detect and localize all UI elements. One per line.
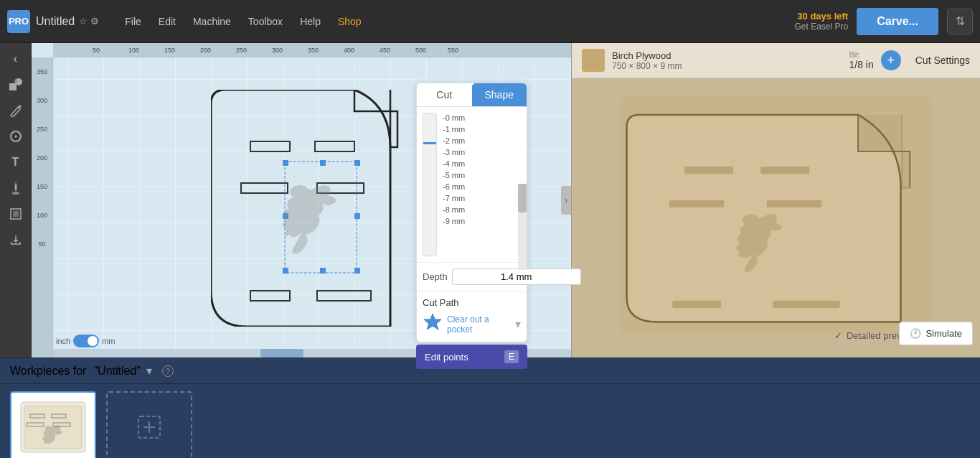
cut-path-section: Cut Path Clear out a pocket ▾	[417, 291, 527, 342]
svg-rect-28	[767, 200, 821, 207]
chevron-down-icon[interactable]: ▾	[515, 317, 521, 331]
svg-rect-25	[684, 167, 733, 174]
workpieces-name: "Untitled"	[93, 365, 141, 378]
svg-rect-10	[241, 183, 288, 193]
clock-icon: 🕐	[910, 328, 921, 339]
bit-label: Bit:	[849, 50, 873, 59]
nav-toolbox[interactable]: Toolbox	[241, 11, 290, 32]
logo-icon: PRO	[7, 10, 30, 33]
depth-label-0: -0 mm	[443, 113, 521, 123]
panel-tabs: Cut Shape	[417, 83, 527, 107]
text-tool[interactable]: T	[4, 151, 27, 174]
right-header: Birch Plywood 750 × 800 × 9 mm Bit: 1/8 …	[572, 43, 980, 78]
trial-days: 30 days left	[794, 11, 848, 22]
svg-rect-21	[320, 268, 326, 274]
simulate-label: Simulate	[925, 328, 962, 339]
ruler-left: 350 300 250 200 150 100 50	[32, 57, 53, 357]
depth-labels: -0 mm -1 mm -2 mm -3 mm -4 mm -5 mm -6 m…	[443, 113, 521, 256]
navbar: PRO Untitled ☆ ⚙ File Edit Machine Toolb…	[0, 0, 980, 43]
edit-points-label: Edit points	[425, 352, 468, 363]
right-preview: ✓ Detailed preview 🕐 Simulate	[572, 78, 980, 352]
pen-tool[interactable]	[4, 99, 27, 122]
canvas-shape[interactable]	[211, 90, 419, 327]
workpieces-dropdown-icon[interactable]: ▾	[146, 364, 152, 378]
depth-label-3: -3 mm	[443, 147, 521, 157]
svg-rect-29	[672, 301, 721, 308]
material-dimensions: 750 × 800 × 9 mm	[612, 61, 682, 71]
depth-ruler: -0 mm -1 mm -2 mm -3 mm -4 mm -5 mm -6 m…	[417, 107, 527, 262]
svg-rect-9	[315, 141, 354, 151]
app-title: Untitled ☆ ⚙	[36, 15, 99, 28]
app-title-text: Untitled	[36, 15, 75, 28]
left-sidebar: ‹ T	[0, 43, 32, 357]
cut-panel-scrollbar[interactable]	[518, 184, 527, 270]
box-tool[interactable]	[4, 202, 27, 225]
depth-input[interactable]	[452, 268, 581, 285]
workpiece-item-1[interactable]	[10, 391, 96, 458]
cut-path-label: Cut Path	[423, 297, 521, 308]
depth-ruler-bar	[423, 113, 437, 256]
unit-inch: inch	[56, 337, 70, 345]
trial-link[interactable]: Get Easel Pro	[794, 22, 848, 32]
depth-label-6: -6 mm	[443, 182, 521, 192]
depth-label-9: -9 mm	[443, 216, 521, 226]
shapes-tool[interactable]	[4, 73, 27, 96]
circle-tool[interactable]	[4, 125, 27, 148]
trial-info: 30 days left Get Easel Pro	[794, 11, 848, 32]
svg-rect-27	[669, 200, 724, 207]
canvas-hscroll-thumb[interactable]	[260, 349, 303, 357]
cut-settings-button[interactable]: Cut Settings	[915, 55, 970, 66]
apps-tool[interactable]	[4, 177, 27, 200]
material-name: Birch Plywood	[612, 50, 682, 61]
collapse-tool[interactable]: ‹	[4, 47, 27, 70]
workpieces-bar: Workpieces for "Untitled" ▾ ?	[0, 357, 980, 458]
edit-points-bar[interactable]: Edit points E	[416, 345, 527, 369]
material-info: Birch Plywood 750 × 800 × 9 mm	[612, 50, 682, 71]
star-icon[interactable]: ☆	[79, 16, 88, 27]
cut-path-star-icon	[423, 312, 443, 336]
depth-indicator	[423, 142, 436, 144]
nav-file[interactable]: File	[118, 11, 149, 32]
import-tool[interactable]	[4, 228, 27, 251]
depth-row: Depth	[417, 262, 527, 291]
check-icon: ✓	[834, 330, 842, 341]
depth-label-8: -8 mm	[443, 205, 521, 215]
nav-menu: File Edit Machine Toolbox Help Shop	[118, 11, 368, 32]
unit-mm: mm	[102, 337, 115, 345]
tab-shape[interactable]: Shape	[472, 83, 527, 106]
svg-point-4	[14, 136, 17, 138]
logo-area: PRO Untitled ☆ ⚙	[7, 10, 99, 33]
nav-shop[interactable]: Shop	[331, 11, 369, 32]
canvas-collapse-right[interactable]: ›	[561, 186, 571, 215]
add-bit-button[interactable]: +	[881, 50, 901, 70]
material-swatch	[582, 49, 605, 72]
svg-rect-0	[9, 83, 17, 90]
nav-machine[interactable]: Machine	[186, 11, 238, 32]
simulate-button[interactable]: 🕐 Simulate	[899, 322, 973, 345]
svg-rect-20	[283, 268, 288, 274]
svg-point-5	[12, 192, 19, 195]
svg-rect-17	[354, 160, 360, 166]
tab-cut[interactable]: Cut	[417, 83, 472, 106]
depth-label-4: -4 mm	[443, 159, 521, 169]
main-area: ‹ T 50 100 150 200 250 30	[0, 43, 980, 357]
bit-info: Bit: 1/8 in	[849, 50, 873, 70]
unit-switch[interactable]	[73, 335, 99, 347]
gear-icon[interactable]: ⚙	[90, 16, 99, 27]
nav-edit[interactable]: Edit	[151, 11, 183, 32]
cut-path-row[interactable]: Clear out a pocket ▾	[423, 312, 521, 336]
ruler-top: 50 100 150 200 250 300 350 400 450 500 5…	[53, 43, 571, 57]
depth-label-2: -2 mm	[443, 136, 521, 146]
svg-rect-19	[354, 213, 360, 219]
depth-label: Depth	[423, 271, 448, 282]
depth-label-7: -7 mm	[443, 193, 521, 203]
cut-path-text: Clear out a pocket	[447, 314, 511, 335]
preview-svg	[572, 78, 980, 352]
workpieces-help-icon[interactable]: ?	[162, 365, 174, 377]
carve-button[interactable]: Carve...	[857, 8, 938, 35]
expand-button[interactable]: ⇅	[947, 9, 973, 34]
nav-help[interactable]: Help	[293, 11, 328, 32]
bit-value: 1/8 in	[849, 59, 873, 70]
workpiece-add-button[interactable]	[106, 391, 192, 458]
right-panel: Birch Plywood 750 × 800 × 9 mm Bit: 1/8 …	[571, 43, 980, 357]
